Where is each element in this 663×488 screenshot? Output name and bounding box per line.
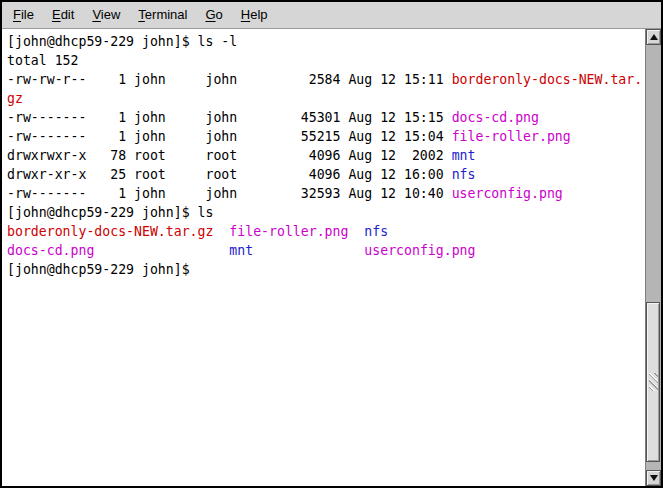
filename-magenta: file-roller.png xyxy=(229,224,348,239)
filename-magenta: docs-cd.png xyxy=(452,110,539,125)
filename-red: borderonly-docs-NEW.tar. xyxy=(452,72,643,87)
grip-icon xyxy=(649,373,658,391)
terminal-text: [john@dhcp59-229 john]$ ls -l xyxy=(7,34,237,49)
scrollbar xyxy=(645,29,661,486)
menu-mnemonic: E xyxy=(52,7,61,22)
menu-mnemonic: T xyxy=(138,7,145,22)
menu-item-help[interactable]: Help xyxy=(232,3,277,27)
menu-mnemonic: G xyxy=(205,7,215,22)
scrollbar-thumb[interactable] xyxy=(646,302,660,461)
terminal-line: -rw------- 1 john john 32593 Aug 12 10:4… xyxy=(7,184,645,203)
terminal-text: -rw------- 1 john john 55215 Aug 12 15:0… xyxy=(7,129,452,144)
terminal-line: [john@dhcp59-229 john]$ ls xyxy=(7,203,645,222)
terminal-text: [john@dhcp59-229 john]$ ls xyxy=(7,205,213,220)
terminal-text xyxy=(213,224,229,239)
terminal-text xyxy=(94,243,229,258)
terminal-text: total 152 xyxy=(7,53,78,68)
terminal-text: -rw------- 1 john john 32593 Aug 12 10:4… xyxy=(7,186,452,201)
menu-mnemonic: V xyxy=(92,7,100,22)
triangle-up-icon xyxy=(650,34,658,40)
terminal-line: drwxrwxr-x 78 root root 4096 Aug 12 2002… xyxy=(7,146,645,165)
terminal-text: [john@dhcp59-229 john]$ xyxy=(7,262,190,277)
terminal-area: [john@dhcp59-229 john]$ ls -ltotal 152-r… xyxy=(2,29,661,486)
menu-mnemonic: H xyxy=(241,7,250,22)
filename-magenta: file-roller.png xyxy=(452,129,571,144)
terminal-line: [john@dhcp59-229 john]$ xyxy=(7,260,645,279)
terminal-text: -rw-rw-r-- 1 john john 2584 Aug 12 15:11 xyxy=(7,72,452,87)
terminal-line: gz xyxy=(7,89,645,108)
menu-item-go[interactable]: Go xyxy=(196,3,231,27)
terminal-text xyxy=(253,243,364,258)
terminal-line: borderonly-docs-NEW.tar.gz file-roller.p… xyxy=(7,222,645,241)
terminal-text: -rw------- 1 john john 45301 Aug 12 15:1… xyxy=(7,110,452,125)
terminal-line: -rw-rw-r-- 1 john john 2584 Aug 12 15:11… xyxy=(7,70,645,89)
terminal-output[interactable]: [john@dhcp59-229 john]$ ls -ltotal 152-r… xyxy=(2,29,645,486)
terminal-line: drwxr-xr-x 25 root root 4096 Aug 12 16:0… xyxy=(7,165,645,184)
scroll-up-button[interactable] xyxy=(646,29,661,45)
filename-blue: nfs xyxy=(452,167,476,182)
terminal-text: drwxr-xr-x 25 root root 4096 Aug 12 16:0… xyxy=(7,167,452,182)
terminal-line: -rw------- 1 john john 55215 Aug 12 15:0… xyxy=(7,127,645,146)
menu-mnemonic: F xyxy=(13,7,21,22)
filename-red: borderonly-docs-NEW.tar.gz xyxy=(7,224,213,239)
menu-item-view[interactable]: View xyxy=(83,3,129,27)
terminal-line: -rw------- 1 john john 45301 Aug 12 15:1… xyxy=(7,108,645,127)
terminal-text: drwxrwxr-x 78 root root 4096 Aug 12 2002 xyxy=(7,148,452,163)
terminal-text xyxy=(348,224,364,239)
scrollbar-track[interactable] xyxy=(646,45,661,470)
filename-magenta: docs-cd.png xyxy=(7,243,94,258)
menu-item-file[interactable]: File xyxy=(4,3,43,27)
filename-blue: nfs xyxy=(364,224,388,239)
scroll-down-button[interactable] xyxy=(646,470,661,486)
filename-blue: mnt xyxy=(452,148,476,163)
filename-magenta: userconfig.png xyxy=(452,186,563,201)
terminal-line: [john@dhcp59-229 john]$ ls -l xyxy=(7,32,645,51)
filename-red: gz xyxy=(7,91,23,106)
terminal-window: FileEditViewTerminalGoHelp [john@dhcp59-… xyxy=(0,0,663,488)
filename-magenta: userconfig.png xyxy=(364,243,475,258)
terminal-line: total 152 xyxy=(7,51,645,70)
menu-item-terminal[interactable]: Terminal xyxy=(129,3,196,27)
terminal-line: docs-cd.png mnt userconfig.png xyxy=(7,241,645,260)
menu-bar: FileEditViewTerminalGoHelp xyxy=(2,2,661,29)
filename-blue: mnt xyxy=(229,243,253,258)
menu-item-edit[interactable]: Edit xyxy=(43,3,83,27)
triangle-down-icon xyxy=(650,475,658,481)
